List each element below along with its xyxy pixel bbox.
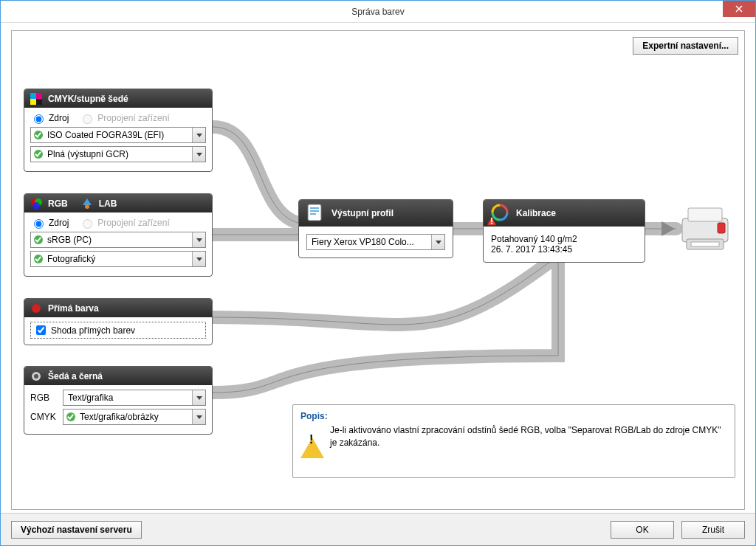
close-icon (735, 5, 743, 13)
calibration-icon: ! (489, 202, 510, 225)
lab-label: LAB (99, 198, 117, 209)
calib-media: Potahovaný 140 g/m2 (491, 234, 637, 244)
gray-rgb-combo[interactable]: Text/grafika (63, 390, 206, 406)
rgb-radio-link[interactable]: Propojení zařízení (79, 217, 169, 229)
cancel-button[interactable]: Zrušit (681, 521, 745, 539)
chevron-down-icon (192, 390, 205, 405)
rgb-intent-combo[interactable]: Fotografický (30, 251, 206, 267)
titlebar: Správa barev (1, 1, 755, 23)
spot-panel-header: Přímá barva (24, 299, 212, 317)
window-title: Správa barev (351, 7, 404, 17)
server-defaults-button[interactable]: Výchozí nastavení serveru (11, 521, 142, 539)
svg-rect-15 (688, 208, 722, 221)
gray-cmyk-combo[interactable]: Text/grafika/obrázky (63, 409, 206, 425)
svg-rect-11 (308, 204, 321, 221)
rgb-radio-source[interactable]: Zdroj (30, 217, 69, 229)
close-button[interactable] (723, 1, 755, 17)
ok-button[interactable]: OK (611, 521, 674, 539)
svg-point-10 (34, 374, 38, 379)
cmyk-profile-combo[interactable]: ISO Coated FOGRA39L (EFI) (30, 127, 206, 143)
check-icon (34, 235, 43, 244)
content-area: Expertní nastavení... CMYK/stupně šedé (11, 30, 745, 510)
output-profile-combo[interactable]: Fiery Xerox VP180 Colo... (306, 234, 445, 250)
gray-panel-header: Šedá a černá (24, 367, 212, 385)
svg-rect-2 (30, 99, 36, 105)
svg-point-8 (32, 304, 41, 313)
document-icon (305, 202, 326, 225)
rgb-panel-header: RGB LAB (24, 194, 212, 212)
cmyk-intent-combo[interactable]: Plná (výstupní GCR) (30, 146, 206, 162)
check-icon (66, 412, 75, 421)
cmyk-panel-title: CMYK/stupně šedé (48, 94, 128, 104)
spot-color-panel: Přímá barva Shoda přímých barev (24, 298, 213, 345)
cmyk-panel: CMYK/stupně šedé Zdroj Propojení zařízen… (24, 89, 213, 172)
chevron-down-icon (192, 232, 205, 247)
output-panel-header: Výstupní profil (299, 200, 453, 227)
expert-settings-button[interactable]: Expertní nastavení... (633, 37, 738, 55)
rgb-panel: RGB LAB Zdroj Propojení zařízení sRGB (P… (24, 193, 213, 277)
cmyk-icon (30, 93, 42, 105)
cmyk-panel-header: CMYK/stupně šedé (24, 89, 212, 108)
footer: Výchozí nastavení serveru OK Zrušit (1, 513, 755, 545)
rgb-label: RGB (48, 198, 68, 209)
svg-rect-1 (36, 93, 42, 99)
gray-panel-title: Šedá a černá (48, 371, 103, 381)
rgb-profile-combo[interactable]: sRGB (PC) (30, 232, 206, 248)
printer-icon (676, 202, 734, 256)
spot-icon (30, 303, 42, 314)
gray-cmyk-label: CMYK (30, 412, 57, 422)
chevron-down-icon (192, 147, 205, 162)
calibration-panel: ! Kalibrace Potahovaný 140 g/m2 26. 7. 2… (483, 199, 645, 263)
calib-timestamp: 26. 7. 2017 13:43:45 (491, 244, 637, 255)
svg-rect-3 (36, 99, 42, 105)
description-title: Popis: (300, 411, 727, 421)
output-profile-panel: Výstupní profil Fiery Xerox VP180 Colo..… (298, 199, 453, 258)
lab-icon (81, 198, 93, 210)
check-icon (34, 150, 43, 159)
gray-rgb-label: RGB (30, 393, 57, 403)
svg-text:!: ! (490, 216, 493, 227)
chevron-down-icon (192, 128, 205, 142)
dialog-window: Správa barev Expertní nastavení... (0, 0, 756, 546)
gray-icon (30, 370, 42, 382)
calib-panel-header: ! Kalibrace (484, 200, 645, 227)
description-text: Je-li aktivováno vlastní zpracování odst… (330, 424, 727, 449)
chevron-down-icon (192, 410, 205, 424)
output-panel-title: Výstupní profil (331, 208, 394, 218)
calib-panel-title: Kalibrace (516, 208, 556, 218)
warning-icon (300, 427, 324, 451)
spot-panel-title: Přímá barva (48, 303, 99, 314)
svg-rect-0 (30, 93, 36, 99)
svg-rect-17 (718, 223, 725, 233)
description-box: Popis: Je-li aktivováno vlastní zpracová… (292, 404, 735, 478)
chevron-down-icon (192, 252, 205, 266)
rgb-icon (30, 198, 42, 210)
spot-match-checkbox[interactable]: Shoda přímých barev (30, 322, 206, 339)
svg-point-7 (85, 204, 89, 209)
gray-black-panel: Šedá a černá RGB Text/grafika CMYK Text/… (24, 366, 213, 435)
svg-point-6 (32, 202, 40, 210)
cmyk-radio-source[interactable]: Zdroj (30, 112, 69, 124)
chevron-down-icon (431, 235, 444, 249)
check-icon (34, 255, 43, 263)
cmyk-radio-link[interactable]: Propojení zařízení (79, 112, 169, 124)
svg-rect-18 (691, 242, 719, 246)
check-icon (34, 131, 43, 139)
